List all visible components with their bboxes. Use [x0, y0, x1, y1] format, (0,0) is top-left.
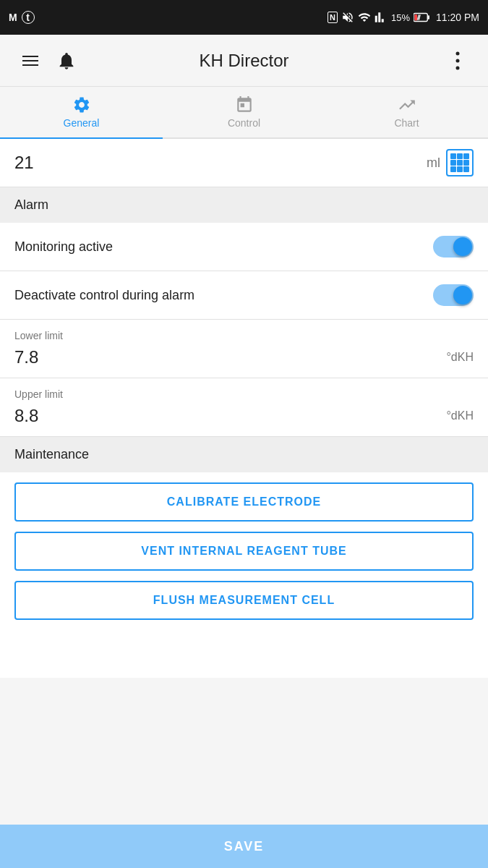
top-value-unit: ml: [427, 156, 440, 171]
vent-internal-reagent-tube-button[interactable]: VENT INTERNAL REAGENT TUBE: [14, 532, 474, 571]
notification-button[interactable]: [51, 45, 82, 77]
upper-limit-value-row[interactable]: 8.8 °dKH: [0, 403, 488, 436]
monitoring-active-row: Monitoring active: [0, 223, 488, 271]
mute-icon: [341, 11, 354, 24]
grid-button[interactable]: [446, 149, 474, 176]
grid-icon: [450, 153, 469, 172]
battery-level: 15%: [391, 12, 410, 23]
calendar-icon: [235, 95, 254, 114]
toggle-thumb-2: [453, 286, 472, 305]
tab-general[interactable]: General: [0, 87, 163, 137]
toggle-track-2: [433, 284, 474, 306]
tab-control[interactable]: Control: [163, 87, 325, 137]
tab-control-label: Control: [228, 117, 260, 129]
upper-limit-label: Upper limit: [0, 378, 488, 403]
top-value-number: 21: [14, 153, 34, 173]
value-unit-container: ml: [427, 149, 474, 176]
calibrate-electrode-button[interactable]: CALIBRATE ELECTRODE: [14, 482, 474, 522]
upper-limit-container: Upper limit 8.8 °dKH: [0, 378, 488, 437]
wifi-icon: [358, 11, 371, 24]
status-right-icons: N 15% 11:20 PM: [328, 11, 479, 24]
svg-point-7: [456, 66, 460, 69]
save-button[interactable]: SAVE: [0, 825, 488, 868]
deactivate-control-toggle[interactable]: [433, 284, 474, 306]
upper-limit-value: 8.8: [14, 406, 38, 426]
toggle-thumb: [453, 237, 472, 256]
maintenance-section-header: Maintenance: [0, 437, 488, 472]
hamburger-icon: [22, 56, 38, 66]
time-display: 11:20 PM: [436, 12, 479, 23]
status-bar: M t N 15% 11:20 PM: [0, 0, 488, 35]
lower-limit-container: Lower limit 7.8 °dKH: [0, 320, 488, 378]
toggle-track: [433, 236, 474, 258]
lower-limit-value-row[interactable]: 7.8 °dKH: [0, 344, 488, 378]
nfc-icon: N: [328, 12, 338, 23]
monitoring-active-toggle[interactable]: [433, 236, 474, 258]
svg-point-5: [456, 51, 460, 55]
more-options-button[interactable]: [442, 45, 474, 77]
lower-limit-value: 7.8: [14, 347, 38, 367]
t-icon: t: [22, 11, 35, 24]
more-vert-icon: [455, 51, 460, 70]
tabs-container: General Control Chart: [0, 87, 488, 139]
alarm-section-header: Alarm: [0, 187, 488, 223]
svg-rect-1: [428, 15, 429, 20]
monitoring-active-label: Monitoring active: [14, 239, 113, 255]
lower-limit-unit: °dKH: [446, 351, 474, 364]
tab-chart[interactable]: Chart: [325, 87, 488, 137]
deactivate-control-label: Deactivate control during alarm: [14, 288, 194, 303]
save-label: SAVE: [224, 839, 265, 854]
svg-rect-2: [414, 14, 417, 20]
status-left-icons: M t: [9, 11, 35, 24]
chart-icon: [398, 95, 416, 114]
tab-general-label: General: [64, 117, 100, 129]
app-bar: KH Director: [0, 35, 488, 87]
upper-limit-unit: °dKH: [446, 409, 474, 422]
battery-icon: [414, 12, 429, 22]
bell-icon: [56, 51, 77, 71]
tab-chart-label: Chart: [394, 117, 419, 129]
top-value-row: 21 ml: [0, 139, 488, 187]
menu-button[interactable]: [14, 45, 46, 77]
flush-measurement-cell-button[interactable]: FLUSH MEASUREMENT CELL: [14, 581, 474, 620]
content-area: 21 ml Alarm Monitoring active Deactivate…: [0, 139, 488, 678]
deactivate-control-row: Deactivate control during alarm: [0, 271, 488, 320]
lower-limit-label: Lower limit: [0, 320, 488, 344]
gmail-icon: M: [9, 12, 17, 23]
signal-icon: [374, 11, 388, 24]
svg-point-6: [456, 59, 460, 62]
gear-icon: [72, 95, 91, 114]
app-title: KH Director: [46, 51, 442, 71]
